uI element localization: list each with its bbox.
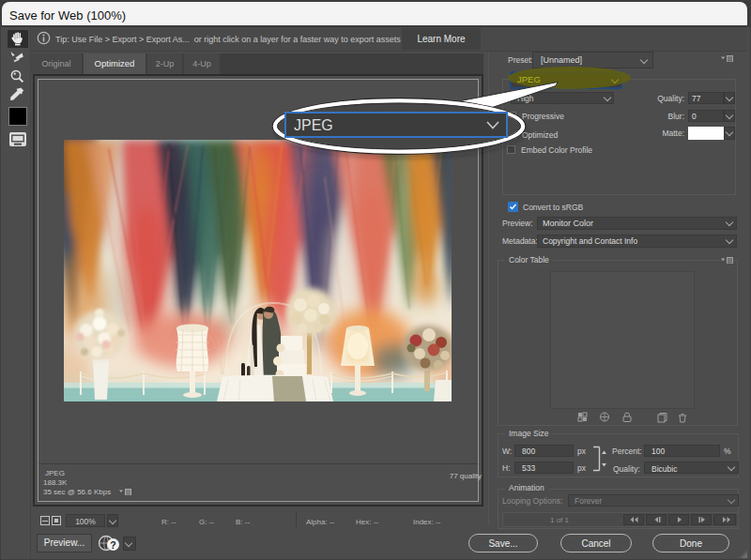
svg-text:?: ? xyxy=(110,539,115,551)
